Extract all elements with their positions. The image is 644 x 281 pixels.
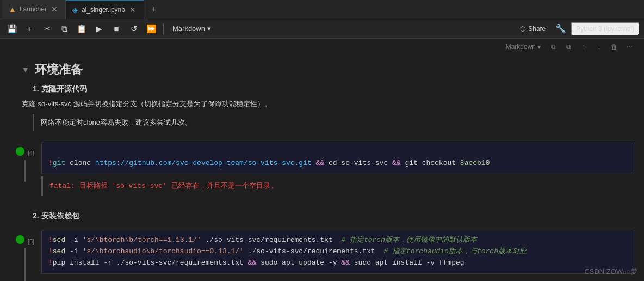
cell4-cd: cd so-vits-svc bbox=[329, 159, 388, 167]
cell5-sed2: sed bbox=[53, 247, 65, 255]
cell5-bang1: ! bbox=[48, 236, 53, 244]
tab-launcher[interactable]: ▲ Launcher ✕ bbox=[2, 0, 66, 19]
cell5-bang3: ! bbox=[48, 259, 53, 267]
cell-move-up-btn[interactable]: ↑ bbox=[578, 41, 590, 53]
tab-notebook-close[interactable]: ✕ bbox=[128, 5, 137, 14]
cell-4-left: [4] bbox=[9, 142, 41, 182]
toolbar-icon-1: 🔧 bbox=[555, 23, 566, 34]
active-cell-toolbar: Markdown ▾ ⧉ ⧉ ↑ ↓ 🗑 ⋯ bbox=[0, 39, 644, 53]
cell5-apt1: sudo apt update -y bbox=[261, 259, 337, 267]
cell5-bang2: ! bbox=[48, 247, 53, 255]
section-title: ▼ 环境准备 bbox=[22, 62, 622, 78]
cell5-s1: 's/\btorch\b/torch==1.13.1/' bbox=[82, 236, 201, 244]
share-icon: ⬡ bbox=[520, 25, 525, 33]
cell-5-code[interactable]: !sed -i 's/\btorch\b/torch==1.13.1/' ./s… bbox=[41, 230, 635, 273]
save-button[interactable]: 💾 bbox=[4, 21, 20, 36]
tab-launcher-close[interactable]: ✕ bbox=[50, 5, 59, 14]
cell4-git: git bbox=[53, 159, 65, 167]
notebook-toolbar: 💾 + ✂ ⧉ 📋 ▶ ■ ↺ ⏩ Markdown ▾ ⬡ Share 🔧 P… bbox=[0, 19, 644, 39]
cell-more-btn[interactable]: ⋯ bbox=[623, 41, 635, 53]
cell-5-number: [5] bbox=[28, 237, 34, 245]
cell-type-label: Markdown bbox=[506, 43, 536, 51]
cut-button[interactable]: ✂ bbox=[39, 21, 54, 36]
cell-type-arrow: ▾ bbox=[537, 43, 541, 51]
launcher-icon: ▲ bbox=[9, 5, 16, 14]
run-button[interactable]: ▶ bbox=[91, 21, 107, 36]
cell5-and1: && bbox=[248, 259, 257, 267]
cell-4-line bbox=[24, 160, 26, 182]
cell5-s2: 's/\btorchaudio\b/torchaudio==0.13.1/' bbox=[82, 247, 243, 255]
note-text: 网络不稳定时clone容易失败，建议多尝试几次。 bbox=[41, 118, 192, 126]
cell-split-btn[interactable]: ⧉ bbox=[547, 41, 559, 53]
section2-heading: 2. 安装依赖包 bbox=[0, 198, 644, 228]
watermark: CSDN ZOW₍₎○梦 bbox=[584, 267, 637, 277]
cell4-output-text: fatal: 目标路径 'so-vits-svc' 已经存在，并且不是一个空目录… bbox=[49, 182, 277, 190]
copy-button[interactable]: ⧉ bbox=[57, 21, 72, 36]
kernel-type-arrow: ▾ bbox=[207, 25, 211, 33]
add-cell-button[interactable]: + bbox=[22, 21, 37, 36]
stop-button[interactable]: ■ bbox=[109, 21, 124, 36]
cell-4-right: !git clone https://github.com/svc-develo… bbox=[41, 142, 635, 196]
cell4-hash: 8aeeb10 bbox=[460, 159, 490, 167]
cell4-and2: && bbox=[392, 159, 401, 167]
cell4-bang: ! bbox=[48, 159, 53, 167]
kernel-type-dropdown[interactable]: Markdown ▾ bbox=[168, 23, 215, 34]
subsection1-title: 1. 克隆开源代码 bbox=[33, 84, 622, 94]
cell-5-run-indicator bbox=[16, 235, 24, 244]
new-tab-button[interactable]: + bbox=[146, 2, 162, 17]
cell-5-line bbox=[24, 248, 26, 281]
cell5-comment1: # 指定torch版本，使用镜像中的默认版本 bbox=[341, 236, 477, 244]
cell-type-dropdown[interactable]: Markdown ▾ bbox=[503, 42, 544, 52]
cell5-and2: && bbox=[341, 259, 350, 267]
kernel-info-label: Python 3 (ipykernel) bbox=[576, 25, 634, 33]
share-button[interactable]: ⬡ Share bbox=[515, 23, 551, 35]
fastforward-button[interactable]: ⏩ bbox=[144, 21, 159, 36]
restart-button[interactable]: ↺ bbox=[126, 21, 141, 36]
cell-4-output: fatal: 目标路径 'so-vits-svc' 已经存在，并且不是一个空目录… bbox=[41, 176, 635, 197]
cell5-pip: pip install -r ./so-vits-svc/requirement… bbox=[53, 259, 244, 267]
code-cell-4: [4] !git clone https://github.com/svc-de… bbox=[0, 142, 644, 196]
cell-4-code[interactable]: !git clone https://github.com/svc-develo… bbox=[41, 142, 635, 174]
cell-move-down-btn[interactable]: ↓ bbox=[593, 41, 605, 53]
collapse-arrow[interactable]: ▼ bbox=[22, 65, 29, 74]
tab-bar: ▲ Launcher ✕ ◈ ai_singer.ipynb ✕ + bbox=[0, 0, 644, 19]
tab-notebook[interactable]: ◈ ai_singer.ipynb ✕ bbox=[66, 0, 144, 19]
toolbar-separator bbox=[163, 23, 164, 34]
code-cell-5: [5] !sed -i 's/\btorch\b/torch==1.13.1/'… bbox=[0, 230, 644, 281]
notebook-content: Markdown ▾ ⧉ ⧉ ↑ ↓ 🗑 ⋯ ▼ 环境准备 1. 克隆开源代码 … bbox=[0, 39, 644, 281]
description-text: 克隆 so-vits-svc 源码并切换指定分支（切换指定分支是为了保障功能稳定… bbox=[22, 99, 622, 109]
cell-5-right: !sed -i 's/\btorch\b/torch==1.13.1/' ./s… bbox=[41, 230, 635, 273]
cell-4-run-indicator bbox=[16, 147, 24, 156]
toolbar-right: ⬡ Share 🔧 Python 3 (ipykernel) bbox=[515, 22, 640, 36]
cell4-clone: clone bbox=[70, 159, 91, 167]
tab-launcher-label: Launcher bbox=[20, 5, 47, 13]
cell-5-left: [5] bbox=[9, 230, 41, 281]
notebook-icon: ◈ bbox=[72, 5, 78, 14]
kernel-type-label: Markdown bbox=[172, 25, 205, 33]
subsection2-title: 2. 安装依赖包 bbox=[33, 211, 622, 221]
note-box: 网络不稳定时clone容易失败，建议多尝试几次。 bbox=[33, 114, 611, 131]
section-heading: ▼ 环境准备 1. 克隆开源代码 克隆 so-vits-svc 源码并切换指定分… bbox=[0, 53, 644, 139]
cell4-checkout: git checkout bbox=[405, 159, 456, 167]
section-title-text: 环境准备 bbox=[35, 62, 83, 78]
cell5-sed1: sed bbox=[53, 236, 65, 244]
cell4-url: https://github.com/svc-develop-team/so-v… bbox=[95, 159, 312, 167]
cell-4-number: [4] bbox=[28, 149, 34, 156]
cell-copy-btn[interactable]: ⧉ bbox=[562, 41, 574, 53]
kernel-info-button[interactable]: Python 3 (ipykernel) bbox=[571, 22, 640, 36]
cell-delete-btn[interactable]: 🗑 bbox=[608, 41, 620, 53]
tab-notebook-label: ai_singer.ipynb bbox=[82, 6, 125, 14]
cell4-and1: && bbox=[316, 159, 325, 167]
paste-button[interactable]: 📋 bbox=[74, 21, 89, 36]
cell5-apt2: sudo apt install -y ffmpeg bbox=[354, 259, 465, 267]
share-label: Share bbox=[528, 25, 546, 33]
cell5-comment2: # 指定torchaudio版本，与torch版本对应 bbox=[383, 247, 527, 255]
